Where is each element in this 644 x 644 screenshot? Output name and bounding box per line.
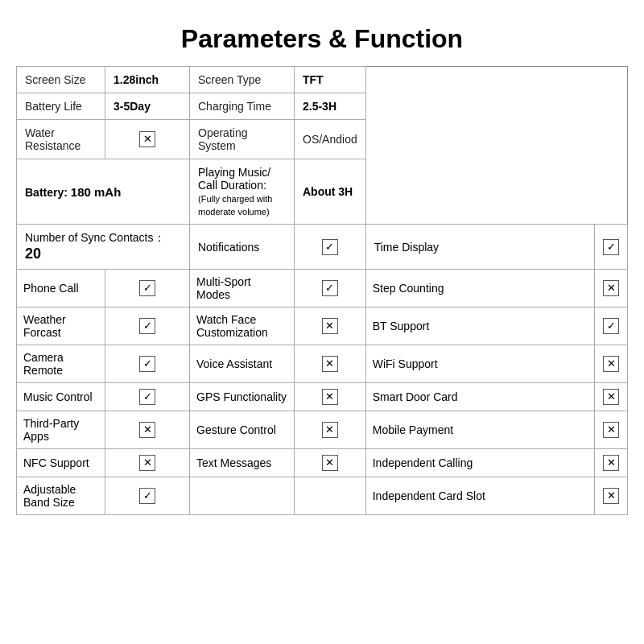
phone-call-check-icon: ✓ xyxy=(139,280,155,296)
screen-size-label: Screen Size xyxy=(17,67,105,93)
adjustable-band-icon-cell: ✓ xyxy=(105,477,190,515)
feature-row-third-party: Third-Party Apps ✕ Gesture Control ✕ Mob… xyxy=(17,411,628,449)
third-party-apps-label-cell: Third-Party Apps xyxy=(17,411,105,449)
playing-music-label-cell: Playing Music/ Call Duration: (Fully cha… xyxy=(190,159,295,225)
weather-forcast-icon-cell: ✓ xyxy=(105,308,190,345)
feature-row-adjustable: Adjustable Band Size ✓ Independent Card … xyxy=(17,477,628,515)
charging-time-value: 2.5-3H xyxy=(295,93,366,120)
water-resistance-x-icon: ✕ xyxy=(139,131,155,147)
voice-assistant-icon-cell: ✕ xyxy=(295,345,366,383)
text-messages-label: Text Messages xyxy=(196,456,271,469)
spec-row-battery: Battery Life 3-5Day Charging Time 2.5-3H xyxy=(17,93,628,120)
nfc-support-x-icon: ✕ xyxy=(139,455,155,471)
music-control-icon-cell: ✓ xyxy=(105,383,190,411)
text-messages-label-cell: Text Messages xyxy=(190,449,295,477)
feature-row-nfc: NFC Support ✕ Text Messages ✕ Independen… xyxy=(17,449,628,477)
camera-remote-check-icon: ✓ xyxy=(139,356,155,372)
step-counting-label-cell: Step Counting xyxy=(365,270,594,308)
watch-face-label-cell: Watch Face Customization xyxy=(190,308,295,345)
nfc-support-label: NFC Support xyxy=(23,456,89,469)
independent-calling-icon-cell: ✕ xyxy=(595,449,628,477)
empty-cell-2 xyxy=(295,477,366,515)
smart-door-card-icon-cell: ✕ xyxy=(595,383,628,411)
gesture-control-label: Gesture Control xyxy=(196,423,276,436)
feature-row-phone: Phone Call ✓ Multi-Sport Modes ✓ Step Co… xyxy=(17,270,628,308)
music-control-check-icon: ✓ xyxy=(139,389,155,405)
third-party-apps-icon-cell: ✕ xyxy=(105,411,190,449)
sync-contacts-cell: Number of Sync Contacts： 20 xyxy=(17,225,190,270)
adjustable-band-label-cell: Adjustable Band Size xyxy=(17,477,105,515)
gps-functionality-label-cell: GPS Functionality xyxy=(190,383,295,411)
empty-cell-1 xyxy=(190,477,295,515)
mobile-payment-icon-cell: ✕ xyxy=(595,411,628,449)
wifi-support-label-cell: WiFi Support xyxy=(365,345,594,383)
smart-door-card-label: Smart Door Card xyxy=(373,390,458,403)
adjustable-band-label: Adjustable Band Size xyxy=(23,483,76,509)
notifications-check-icon: ✓ xyxy=(322,239,338,255)
spec-row-battery-mah: Battery: 180 mAh Playing Music/ Call Dur… xyxy=(17,159,628,225)
bt-support-check-icon: ✓ xyxy=(603,318,619,334)
battery-mah-value: 180 mAh xyxy=(71,185,122,199)
multi-sport-label-cell: Multi-Sport Modes xyxy=(190,270,295,308)
gps-functionality-x-icon: ✕ xyxy=(322,389,338,405)
operating-system-value: OS/Andiod xyxy=(295,120,366,159)
step-counting-x-icon: ✕ xyxy=(603,280,619,296)
mobile-payment-x-icon: ✕ xyxy=(603,422,619,438)
params-table: Screen Size 1.28inch Screen Type TFT Bat… xyxy=(16,66,628,515)
weather-forcast-label-cell: Weather Forcast xyxy=(17,308,105,345)
third-party-apps-label: Third-Party Apps xyxy=(23,417,79,443)
step-counting-icon-cell: ✕ xyxy=(595,270,628,308)
page-title: Parameters & Function xyxy=(8,8,636,66)
phone-call-icon-cell: ✓ xyxy=(105,270,190,308)
watch-face-x-icon: ✕ xyxy=(322,318,338,334)
watch-face-icon-cell: ✕ xyxy=(295,308,366,345)
weather-forcast-label: Weather Forcast xyxy=(23,313,66,339)
battery-life-label: Battery Life xyxy=(17,93,105,120)
camera-remote-label-cell: Camera Remote xyxy=(17,345,105,383)
feature-row-music: Music Control ✓ GPS Functionality ✕ Smar… xyxy=(17,383,628,411)
time-display-icon-cell: ✓ xyxy=(595,225,628,270)
sync-contacts-value: 20 xyxy=(25,246,41,262)
camera-remote-label: Camera Remote xyxy=(23,351,64,377)
spec-row-water: Water Resistance ✕ Operating System OS/A… xyxy=(17,120,628,159)
features-header-row: Number of Sync Contacts： 20 Notification… xyxy=(17,225,628,270)
operating-system-label: Operating System xyxy=(190,120,295,159)
wifi-support-icon-cell: ✕ xyxy=(595,345,628,383)
battery-mah-label: Battery: xyxy=(25,186,68,199)
bt-support-icon-cell: ✓ xyxy=(595,308,628,345)
text-messages-x-icon: ✕ xyxy=(322,455,338,471)
multi-sport-icon-cell: ✓ xyxy=(295,270,366,308)
phone-call-label: Phone Call xyxy=(23,282,79,295)
voice-assistant-label-cell: Voice Assistant xyxy=(190,345,295,383)
gesture-control-icon-cell: ✕ xyxy=(295,411,366,449)
multi-sport-label: Multi-Sport Modes xyxy=(196,275,251,301)
mobile-payment-label-cell: Mobile Payment xyxy=(365,411,594,449)
gesture-control-x-icon: ✕ xyxy=(322,422,338,438)
third-party-apps-x-icon: ✕ xyxy=(139,422,155,438)
water-resistance-label: Water Resistance xyxy=(17,120,105,159)
screen-size-value: 1.28inch xyxy=(105,67,190,93)
smart-door-card-label-cell: Smart Door Card xyxy=(365,383,594,411)
charging-time-label: Charging Time xyxy=(190,93,295,120)
independent-card-slot-label-cell: Independent Card Slot xyxy=(365,477,594,515)
playing-music-value: About 3H xyxy=(295,159,366,225)
notifications-icon-cell: ✓ xyxy=(295,225,366,270)
feature-row-camera: Camera Remote ✓ Voice Assistant ✕ WiFi S… xyxy=(17,345,628,383)
gps-functionality-icon-cell: ✕ xyxy=(295,383,366,411)
bt-support-label-cell: BT Support xyxy=(365,308,594,345)
nfc-support-icon-cell: ✕ xyxy=(105,449,190,477)
mobile-payment-label: Mobile Payment xyxy=(373,423,453,436)
time-display-label-cell: Time Display xyxy=(365,225,594,270)
notifications-label: Notifications xyxy=(198,241,259,254)
independent-card-slot-label: Independent Card Slot xyxy=(373,489,485,502)
gps-functionality-label: GPS Functionality xyxy=(196,390,287,403)
bt-support-label: BT Support xyxy=(373,320,430,332)
voice-assistant-label: Voice Assistant xyxy=(196,357,272,370)
time-display-check-icon: ✓ xyxy=(603,239,619,255)
voice-assistant-x-icon: ✕ xyxy=(322,356,338,372)
battery-mah-cell: Battery: 180 mAh xyxy=(17,159,190,225)
time-display-label: Time Display xyxy=(374,241,439,254)
water-resistance-icon: ✕ xyxy=(105,120,190,159)
feature-row-weather: Weather Forcast ✓ Watch Face Customizati… xyxy=(17,308,628,345)
smart-door-card-x-icon: ✕ xyxy=(603,389,619,405)
